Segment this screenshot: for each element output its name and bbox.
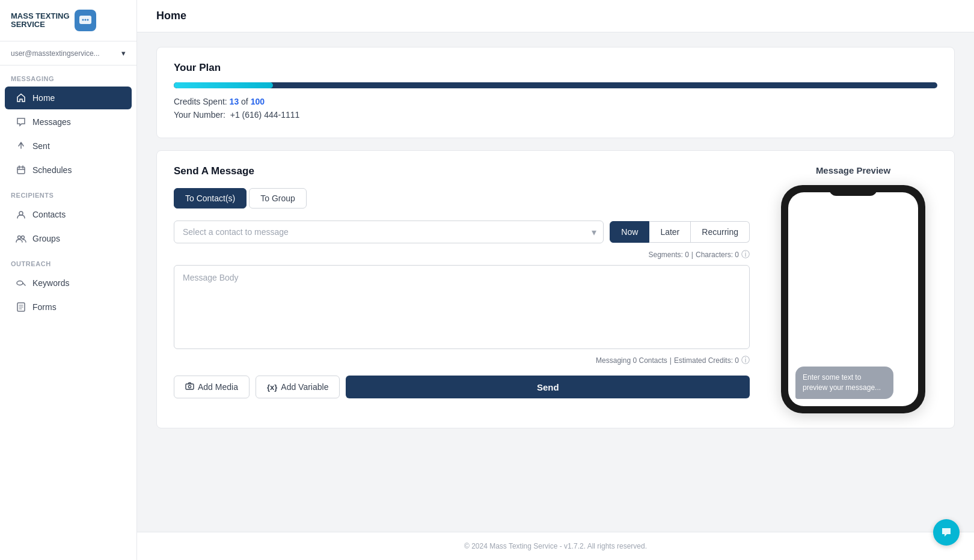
sidebar-item-forms[interactable]: Forms <box>5 296 132 318</box>
message-preview-section: Message Preview Enter some text to previ… <box>769 165 937 413</box>
add-media-label: Add Media <box>198 382 238 392</box>
credits-separator: | <box>670 356 672 365</box>
svg-point-6 <box>18 236 21 239</box>
characters-label: Characters: 0 <box>696 251 739 259</box>
contact-select[interactable]: Select a contact to message <box>174 221 604 243</box>
chat-bubble-fab[interactable] <box>933 519 960 546</box>
forms-icon <box>16 302 26 312</box>
sent-icon <box>16 141 26 151</box>
sidebar-item-home[interactable]: Home <box>5 87 132 109</box>
plan-number-row: Your Number: +1 (616) 444-1111 <box>174 110 937 120</box>
add-variable-button[interactable]: {x} Add Variable <box>256 376 340 398</box>
preview-title: Message Preview <box>816 165 890 175</box>
main-content: Home Your Plan Credits Spent: 13 of 100 … <box>137 0 974 560</box>
plan-title: Your Plan <box>174 62 937 74</box>
credits-of: of <box>241 97 251 106</box>
sidebar-item-sent-label: Sent <box>32 141 50 151</box>
credits-spent-value: 13 <box>230 97 239 106</box>
svg-rect-4 <box>17 167 25 174</box>
add-media-button[interactable]: Add Media <box>174 376 250 398</box>
action-buttons-row: Add Media {x} Add Variable Send <box>174 376 750 398</box>
segments-label: Segments: 0 <box>648 251 688 259</box>
sidebar: MASS TEXTING SERVICE user@masstextingser… <box>0 0 137 560</box>
timing-now-button[interactable]: Now <box>610 221 649 243</box>
credits-info-icon[interactable]: ⓘ <box>741 355 750 366</box>
sidebar-item-groups-label: Groups <box>32 234 60 243</box>
send-title: Send A Message <box>174 165 750 177</box>
plan-number-label: Your Number: <box>174 110 225 120</box>
svg-point-5 <box>19 212 23 215</box>
segments-info: Segments: 0 | Characters: 0 ⓘ <box>174 249 750 260</box>
add-variable-label: Add Variable <box>281 382 328 392</box>
contacts-icon <box>16 209 26 220</box>
logo-text: MASS TEXTING SERVICE <box>11 12 70 29</box>
plan-number-value: +1 (616) 444-1111 <box>230 110 300 120</box>
logo-line1: MASS TEXTING <box>11 12 70 20</box>
recipient-tab-group: To Contact(s) To Group <box>174 188 750 208</box>
plan-progress-fill <box>174 82 273 88</box>
svg-line-9 <box>23 283 25 285</box>
schedules-icon <box>16 165 26 175</box>
logo-line2: SERVICE <box>11 20 70 29</box>
timing-later-button[interactable]: Later <box>649 221 691 243</box>
groups-icon <box>16 233 26 244</box>
send-form: Send A Message To Contact(s) To Group Se… <box>174 165 750 413</box>
plan-progress-bar <box>174 82 937 88</box>
messages-icon <box>16 117 26 127</box>
credits-spent-label: Credits Spent: <box>174 97 227 106</box>
sidebar-user[interactable]: user@masstextingservice... ▾ <box>0 41 136 65</box>
svg-point-8 <box>17 281 23 285</box>
tab-contacts-button[interactable]: To Contact(s) <box>174 188 247 208</box>
send-message-card: Send A Message To Contact(s) To Group Se… <box>156 150 955 428</box>
home-icon <box>16 93 26 103</box>
contact-select-wrapper: Select a contact to message ▾ <box>174 221 604 243</box>
timing-recurring-button[interactable]: Recurring <box>691 221 750 243</box>
sidebar-item-keywords[interactable]: Keywords <box>5 272 132 294</box>
sidebar-item-contacts-label: Contacts <box>32 210 66 219</box>
svg-point-15 <box>188 385 191 388</box>
phone-screen: Enter some text to preview your message.… <box>788 192 918 406</box>
credits-total: 100 <box>251 97 265 106</box>
keywords-icon <box>16 278 26 288</box>
send-button[interactable]: Send <box>346 376 750 398</box>
content-area: Your Plan Credits Spent: 13 of 100 Your … <box>137 32 974 532</box>
credits-spent-row: Credits Spent: 13 of 100 <box>174 97 937 106</box>
phone-notch <box>829 185 877 196</box>
variable-icon: {x} <box>267 383 277 392</box>
phone-frame: Enter some text to preview your message.… <box>781 185 925 413</box>
footer: © 2024 Mass Texting Service - v1.7.2. Al… <box>137 532 974 560</box>
top-bar: Home <box>137 0 974 32</box>
sidebar-item-contacts[interactable]: Contacts <box>5 203 132 226</box>
sidebar-item-keywords-label: Keywords <box>32 278 69 288</box>
segments-separator: | <box>691 251 693 259</box>
sidebar-item-messages[interactable]: Messages <box>5 111 132 133</box>
logo-icon <box>75 10 96 31</box>
sidebar-user-chevron: ▾ <box>121 49 126 58</box>
sidebar-item-sent[interactable]: Sent <box>5 135 132 157</box>
estimated-credits-label: Estimated Credits: 0 <box>674 356 739 365</box>
credits-info-row: Messaging 0 Contacts | Estimated Credits… <box>174 355 750 366</box>
svg-point-2 <box>84 19 86 21</box>
sidebar-item-schedules-label: Schedules <box>32 165 72 175</box>
svg-point-1 <box>82 19 84 21</box>
sidebar-item-forms-label: Forms <box>32 302 57 312</box>
recipients-section-label: Recipients <box>0 182 136 202</box>
sidebar-user-email: user@masstextingservice... <box>11 49 100 58</box>
messaging-section-label: Messaging <box>0 65 136 86</box>
sidebar-item-groups[interactable]: Groups <box>5 227 132 250</box>
sidebar-item-home-label: Home <box>32 93 55 103</box>
plan-card: Your Plan Credits Spent: 13 of 100 Your … <box>156 47 955 138</box>
tab-group-button[interactable]: To Group <box>249 188 307 208</box>
message-body-textarea[interactable] <box>174 265 750 349</box>
preview-message-bubble: Enter some text to preview your message.… <box>795 367 893 399</box>
outreach-section-label: Outreach <box>0 251 136 271</box>
footer-text: © 2024 Mass Texting Service - v1.7.2. Al… <box>464 542 647 550</box>
svg-rect-14 <box>186 384 194 389</box>
camera-icon <box>185 382 194 392</box>
sidebar-item-schedules[interactable]: Schedules <box>5 159 132 181</box>
timing-group: Now Later Recurring <box>610 221 750 243</box>
sidebar-item-messages-label: Messages <box>32 117 71 127</box>
messaging-contacts-label: Messaging 0 Contacts <box>596 356 667 365</box>
sidebar-logo: MASS TEXTING SERVICE <box>0 0 136 41</box>
segments-info-icon[interactable]: ⓘ <box>741 249 750 260</box>
